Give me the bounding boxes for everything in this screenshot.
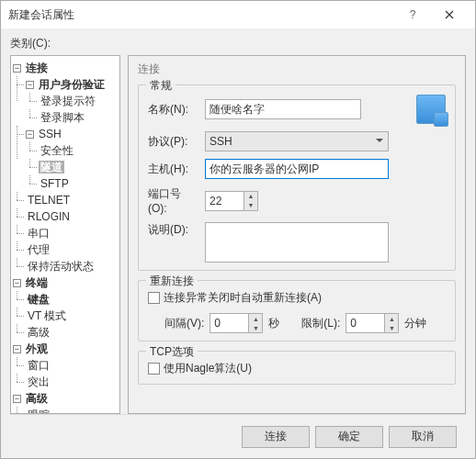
interval-spinner[interactable]: ▲▼: [210, 313, 263, 333]
tree-keepalive[interactable]: 保持活动状态: [26, 260, 96, 273]
spin-down-icon[interactable]: ▼: [249, 323, 262, 332]
limit-label: 限制(L):: [301, 316, 340, 331]
cancel-button[interactable]: 取消: [389, 426, 457, 448]
spin-down-icon[interactable]: ▼: [244, 201, 257, 210]
spin-down-icon[interactable]: ▼: [385, 323, 398, 332]
auto-reconnect-checkbox[interactable]: 连接异常关闭时自动重新连接(A): [148, 290, 322, 306]
tree-security[interactable]: 安全性: [39, 144, 75, 157]
session-icon: [416, 95, 446, 124]
category-tree[interactable]: −连接 −用户身份验证 登录提示符 登录脚本 −SSH 安全性: [10, 55, 120, 414]
tree-appearance[interactable]: 外观: [24, 342, 50, 355]
tree-tunnel[interactable]: 隧道: [39, 161, 64, 174]
spin-up-icon[interactable]: ▲: [385, 314, 398, 323]
collapse-icon[interactable]: −: [13, 345, 21, 353]
port-label: 端口号(O):: [148, 186, 199, 215]
collapse-icon[interactable]: −: [13, 395, 21, 403]
tree-keyboard[interactable]: 键盘: [26, 293, 51, 306]
interval-label: 间隔(V):: [164, 316, 204, 331]
protocol-select[interactable]: [205, 131, 389, 151]
tree-login-prompt[interactable]: 登录提示符: [39, 95, 97, 107]
nagle-checkbox[interactable]: 使用Nagle算法(U): [148, 361, 252, 376]
titlebar: 新建会话属性 ?: [1, 1, 475, 28]
desc-textarea[interactable]: [205, 222, 389, 263]
tree-telnet[interactable]: TELNET: [26, 194, 72, 207]
dialog-body: 类别(C): −连接 −用户身份验证 登录提示符 登录脚本 −SSH: [1, 28, 475, 458]
host-input[interactable]: [205, 159, 389, 179]
window-title: 新建会话属性: [8, 7, 394, 23]
checkbox-icon: [148, 363, 160, 375]
tree-sftp[interactable]: SFTP: [39, 177, 71, 190]
name-label: 名称(N):: [148, 102, 199, 118]
tree-serial[interactable]: 串口: [26, 227, 51, 240]
limit-input[interactable]: [346, 313, 384, 333]
settings-pane: 连接 常规 名称(N): 协议(P):: [128, 55, 466, 414]
tree-ssh[interactable]: SSH: [37, 128, 63, 140]
collapse-icon[interactable]: −: [13, 64, 21, 73]
port-spinner[interactable]: ▲▼: [205, 191, 258, 211]
desc-label: 说明(D):: [148, 222, 199, 238]
help-button[interactable]: ?: [394, 1, 431, 28]
close-button[interactable]: [431, 1, 468, 28]
interval-input[interactable]: [210, 313, 248, 333]
tree-advanced[interactable]: 高级: [24, 392, 50, 405]
pane-header: 连接: [129, 56, 465, 77]
tree-user-auth[interactable]: 用户身份验证: [37, 78, 107, 91]
footer: 连接 确定 取消: [10, 414, 466, 458]
spin-up-icon[interactable]: ▲: [244, 192, 257, 201]
pane-body: 常规 名称(N): 协议(P): 主机(H):: [129, 77, 465, 413]
group-general: 常规 名称(N): 协议(P): 主机(H):: [138, 84, 456, 271]
protocol-label: 协议(P):: [148, 134, 199, 150]
tree-highlight[interactable]: 突出: [26, 375, 51, 388]
group-title: TCP选项: [146, 344, 198, 360]
tree-window[interactable]: 窗口: [26, 359, 51, 372]
limit-spinner[interactable]: ▲▼: [346, 313, 399, 333]
close-icon: [445, 10, 454, 19]
port-input[interactable]: [205, 191, 244, 211]
tree-vtmode[interactable]: VT 模式: [26, 309, 68, 322]
seconds-label: 秒: [268, 316, 279, 331]
connect-button[interactable]: 连接: [242, 426, 310, 448]
tree-login-script[interactable]: 登录脚本: [39, 111, 86, 124]
collapse-icon[interactable]: −: [13, 279, 21, 287]
spin-up-icon[interactable]: ▲: [249, 314, 262, 323]
host-label: 主机(H):: [148, 162, 199, 177]
tree-connection[interactable]: 连接: [24, 62, 50, 74]
group-title: 常规: [146, 78, 176, 94]
checkbox-icon: [148, 292, 160, 304]
category-label: 类别(C):: [10, 36, 466, 51]
name-input[interactable]: [205, 99, 361, 119]
collapse-icon[interactable]: −: [26, 81, 34, 89]
tree-advanced-t[interactable]: 高级: [26, 326, 51, 339]
collapse-icon[interactable]: −: [26, 130, 34, 139]
minutes-label: 分钟: [404, 316, 426, 331]
ok-button[interactable]: 确定: [315, 426, 383, 448]
group-reconnect: 重新连接 连接异常关闭时自动重新连接(A) 间隔(V): ▲▼: [138, 280, 456, 341]
dialog: 新建会话属性 ? 类别(C): −连接 −用户身份验证 登录提示符 登录脚本: [0, 0, 476, 459]
panes: −连接 −用户身份验证 登录提示符 登录脚本 −SSH 安全性: [10, 55, 466, 414]
tree-proxy[interactable]: 代理: [26, 243, 51, 256]
auto-reconnect-label: 连接异常关闭时自动重新连接(A): [164, 290, 322, 306]
nagle-label: 使用Nagle算法(U): [164, 361, 252, 376]
group-tcp: TCP选项 使用Nagle算法(U): [138, 351, 456, 385]
tree-rlogin[interactable]: RLOGIN: [26, 210, 72, 223]
tree-terminal[interactable]: 终端: [24, 276, 50, 289]
group-title: 重新连接: [146, 274, 198, 289]
